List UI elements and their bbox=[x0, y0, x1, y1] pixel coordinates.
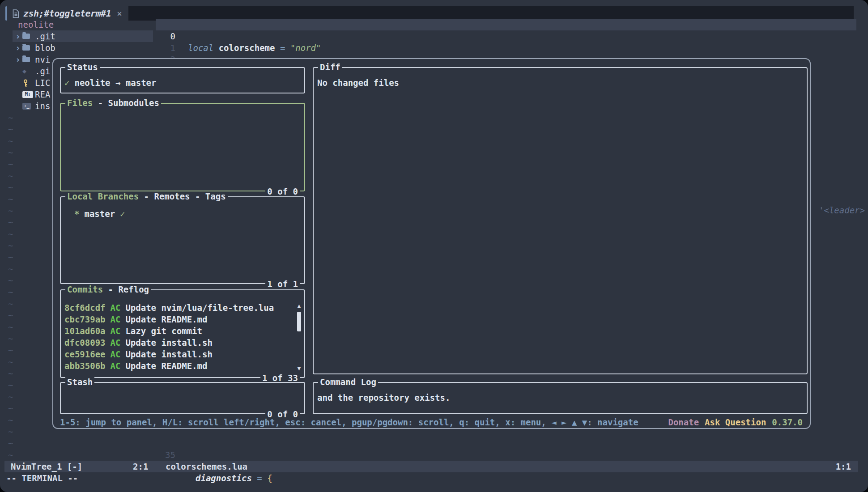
tilde-marker: ~ bbox=[8, 158, 17, 170]
tilde-column: ~~~~~~~~~~~~~~~~~~~~~~~~~~~~~~ bbox=[8, 112, 17, 461]
lazygit-stash-panel[interactable]: Stash 0 of 0 bbox=[60, 382, 305, 414]
tilde-marker: ~ bbox=[8, 123, 17, 135]
code-line-36[interactable]: 36 diagnostics = { bbox=[148, 449, 856, 461]
file-icon bbox=[13, 9, 19, 18]
tilde-marker: ~ bbox=[8, 310, 17, 321]
statusline-filename: colorschemes.lua bbox=[166, 461, 247, 472]
sidebar-item-label: .gi bbox=[35, 65, 50, 77]
lazygit-options-bar: 1-5: jump to panel, H/L: scroll left/rig… bbox=[60, 416, 803, 428]
tilde-marker: ~ bbox=[8, 286, 17, 298]
identifier-token: diagnostics bbox=[196, 473, 252, 483]
branch-row-master[interactable]: * master ✓ bbox=[61, 197, 304, 209]
folder-icon bbox=[22, 34, 35, 39]
commit-row[interactable]: ce5916eeACUpdate install.sh bbox=[64, 348, 304, 360]
statusline-buffer-name: NvimTree_1 [-] bbox=[11, 461, 82, 472]
statusline-cursor-position: 2:1 bbox=[133, 461, 148, 472]
commit-message: Lazy git commit bbox=[125, 325, 202, 337]
files-count: 0 of 0 bbox=[265, 187, 300, 196]
commit-row[interactable]: abb3506bACUpdate README.md bbox=[64, 360, 304, 372]
lazygit-status-panel[interactable]: Status ✓ neolite → master bbox=[60, 67, 305, 93]
lazygit-command-log-panel[interactable]: Command Log and the repository exists. bbox=[313, 382, 808, 414]
sidebar-item-label: ins bbox=[35, 100, 50, 112]
tilde-marker: ~ bbox=[8, 240, 17, 251]
git-icon: ◆ bbox=[22, 65, 35, 77]
tilde-marker: ~ bbox=[8, 182, 17, 193]
sidebar-item-git-folder[interactable]: › .git bbox=[13, 30, 153, 42]
tilde-marker: ~ bbox=[8, 193, 17, 205]
tilde-marker: ~ bbox=[8, 263, 17, 275]
sidebar-item-label: blob bbox=[35, 42, 55, 54]
code-line-35[interactable]: 35 -- Plugins Config -- bbox=[148, 437, 856, 449]
lazygit-branches-panel[interactable]: Local Branches - Remotes - Tags * master… bbox=[60, 196, 305, 284]
tilde-marker: ~ bbox=[8, 205, 17, 216]
commit-row[interactable]: 101ad60aACLazy git commit bbox=[64, 325, 304, 337]
sidebar-item-label: nvi bbox=[35, 54, 50, 65]
lazygit-diff-panel[interactable]: Diff No changed files bbox=[313, 67, 808, 374]
commit-author: AC bbox=[111, 360, 121, 372]
tilde-marker: ~ bbox=[8, 147, 17, 158]
commit-message: Update README.md bbox=[125, 360, 207, 372]
lazygit-version: 0.37.0 bbox=[772, 416, 803, 428]
commit-author: AC bbox=[111, 337, 121, 348]
scroll-up-icon[interactable]: ▲ bbox=[296, 303, 302, 309]
donate-link[interactable]: Donate bbox=[668, 416, 699, 428]
branch-name: master bbox=[84, 208, 115, 209]
commits-scrollbar[interactable]: ▲ ▼ bbox=[296, 301, 302, 373]
tab-close-icon[interactable]: × bbox=[117, 8, 122, 18]
tilde-marker: ~ bbox=[8, 391, 17, 403]
code-line-0[interactable]: 0 local colorscheme = "nord" bbox=[148, 19, 856, 30]
lazygit-commits-panel[interactable]: Commits - Reflog 8cf6dcdfACUpdate nvim/l… bbox=[60, 289, 305, 378]
markdown-icon: M↓ bbox=[22, 91, 35, 98]
terminal-icon: ›_ bbox=[22, 103, 35, 110]
code-line-2[interactable]: 2 if colorscheme == "onedark" then bbox=[148, 42, 856, 54]
branches-count: 1 of 1 bbox=[265, 279, 300, 289]
statusline-line-column: 1:1 bbox=[836, 461, 851, 472]
lazygit-files-panel[interactable]: Files - Submodules 0 of 0 bbox=[60, 103, 305, 191]
commit-row[interactable]: dfc08093ACUpdate install.sh bbox=[64, 337, 304, 348]
scrollbar-thumb[interactable] bbox=[297, 312, 301, 331]
tilde-marker: ~ bbox=[8, 216, 17, 228]
tilde-marker: ~ bbox=[8, 449, 17, 461]
tilde-marker: ~ bbox=[8, 426, 17, 437]
commit-hash: dfc08093 bbox=[64, 337, 106, 348]
commit-row[interactable]: 8cf6dcdfACUpdate nvim/lua/file-tree.lua bbox=[64, 302, 304, 314]
ask-question-link[interactable]: Ask Question bbox=[705, 416, 766, 428]
tilde-marker: ~ bbox=[8, 228, 17, 240]
mode-indicator: -- TERMINAL -- bbox=[6, 472, 78, 484]
tilde-marker: ~ bbox=[8, 298, 17, 310]
tilde-marker: ~ bbox=[8, 403, 17, 414]
commit-author: AC bbox=[111, 348, 121, 360]
tilde-marker: ~ bbox=[8, 170, 17, 182]
check-icon: ✓ bbox=[64, 77, 69, 80]
commit-row[interactable]: cbc739abACUpdate README.md bbox=[64, 314, 304, 325]
leader-keymap-text: '<leader> bbox=[819, 204, 865, 216]
filetree-root-label: neolite bbox=[18, 19, 54, 30]
commit-author: AC bbox=[111, 302, 121, 314]
check-icon: ✓ bbox=[120, 208, 125, 209]
statusline: NvimTree_1 [-] 2:1 colorschemes.lua 1:1 bbox=[4, 461, 858, 472]
commit-hash: 101ad60a bbox=[64, 325, 106, 337]
tilde-marker: ~ bbox=[8, 379, 17, 391]
tilde-marker: ~ bbox=[8, 135, 17, 147]
tilde-marker: ~ bbox=[8, 333, 17, 344]
commit-message: Update install.sh bbox=[125, 348, 212, 360]
folder-icon bbox=[22, 57, 35, 62]
tilde-marker: ~ bbox=[8, 251, 17, 263]
chevron-right-icon: › bbox=[13, 54, 22, 65]
tilde-marker: ~ bbox=[8, 344, 17, 356]
code-line-1[interactable]: 1 bbox=[148, 30, 856, 42]
sidebar-item-label: .git bbox=[35, 30, 55, 42]
key-icon bbox=[22, 79, 35, 87]
folder-icon bbox=[22, 45, 35, 51]
diff-message: No changed files bbox=[314, 68, 807, 89]
stash-list-empty bbox=[61, 383, 304, 413]
tilde-marker: ~ bbox=[8, 321, 17, 333]
tilde-marker: ~ bbox=[8, 414, 17, 426]
scroll-down-icon[interactable]: ▼ bbox=[296, 365, 302, 372]
sidebar-item-blob-folder[interactable]: › blob bbox=[13, 42, 153, 54]
commit-message: Update README.md bbox=[125, 314, 207, 325]
tilde-marker: ~ bbox=[8, 356, 17, 368]
operator-token: = bbox=[252, 473, 267, 483]
sidebar-item-label: REA bbox=[35, 89, 50, 100]
commits-count: 1 of 33 bbox=[260, 373, 300, 383]
